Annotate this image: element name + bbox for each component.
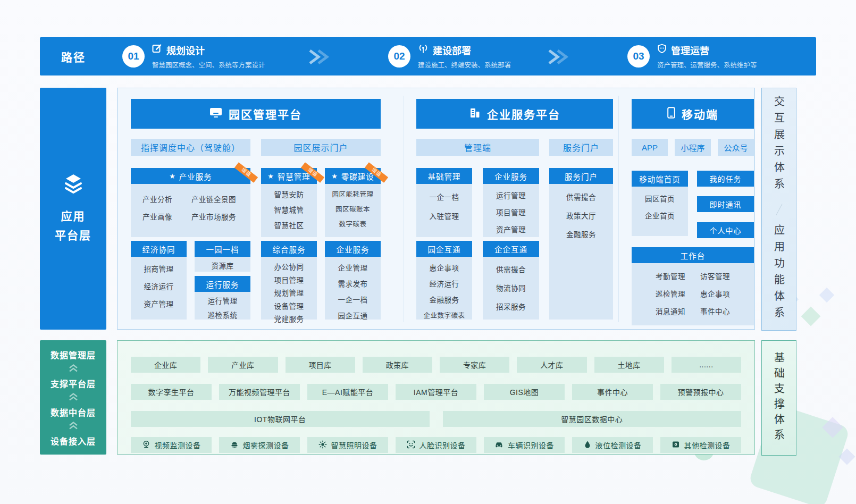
path-step-1: 01 规划设计 智慧园区概念、空间、系统等方案设计	[122, 37, 265, 75]
card-title: 产业服务	[179, 171, 212, 182]
db-block: 产业库	[208, 357, 278, 373]
star-icon: ★	[267, 173, 274, 180]
card-item: 设备管理	[274, 300, 304, 311]
button-instant-messaging: 即时通讯	[697, 196, 754, 212]
platform-block: 数字孪生平台	[131, 384, 212, 400]
card-service-portal: 服务门户 供需撮合 政策大厅 金融服务	[549, 168, 613, 320]
db-block: 专家库	[440, 357, 509, 373]
building-icon	[469, 107, 481, 121]
card-operation-service: 运行服务 运行管理 巡检系统	[195, 276, 250, 320]
card-item: 智慧城管	[274, 204, 304, 215]
card-item: 考勤管理	[656, 271, 685, 281]
card-title: 一园一档	[195, 241, 250, 257]
light-icon	[318, 440, 327, 450]
card-title: 工作台	[632, 247, 754, 263]
broadcast-icon	[418, 44, 429, 56]
iot-platform-block: IOT物联网平台	[131, 411, 430, 427]
device-label: 液位检测设备	[595, 440, 642, 450]
card-item: 招采服务	[496, 301, 526, 312]
device-block: 视频监测设备	[131, 437, 212, 453]
interaction-display-system-sidebar: 交互展示体系 应用功能体系	[761, 88, 796, 331]
card-title: 移动端首页	[632, 171, 688, 187]
column-divider	[618, 96, 619, 322]
step-subtitle: 智慧园区概念、空间、系统等方案设计	[152, 60, 265, 70]
card-item: 规划管理	[274, 287, 304, 298]
double-chevron-right-icon	[306, 48, 330, 66]
application-platform-panel: 园区管理平台 指挥调度中心（驾驶舱） 园区展示门户 ★ 产业服务 增值 产业分析…	[117, 88, 755, 330]
card-title: 零碳建设	[341, 171, 374, 182]
card-title: 服务门户	[549, 168, 613, 184]
database-row: 企业库 产业库 项目库 政策库 专家库 人才库 土地库 ......	[131, 357, 741, 373]
card-item: 巡检系统	[208, 309, 238, 320]
card-item: 项目管理	[274, 274, 304, 285]
car-icon	[494, 440, 503, 450]
device-block: 烟雾探测设备	[219, 437, 300, 453]
card-item: 产业画像	[142, 211, 191, 222]
cube-decoration	[822, 417, 843, 438]
device-block: 人脸识别设备	[396, 437, 476, 453]
data-center-block: 智慧园区数据中心	[443, 411, 742, 427]
device-label: 其他检测设备	[684, 440, 731, 450]
card-item: 数字碳表	[339, 219, 366, 229]
card-comprehensive-service: 综合服务 办公协同 项目管理 规划管理 设备管理 党建服务	[261, 241, 317, 320]
value-added-ribbon: 增值	[234, 162, 258, 183]
double-chevron-up-icon	[68, 363, 79, 375]
card-title: 园企互通	[416, 241, 472, 257]
mobile-platform-section: 移动端 APP 小程序 公众号 移动端首页 园区首页 企业首页 我的任务 即时通…	[632, 99, 754, 325]
card-title: 智慧管理	[278, 171, 310, 182]
app-layer-sidebar: 应用 平台层	[40, 88, 106, 330]
vertical-label: 交互展示体系	[771, 96, 787, 195]
card-item: 金融服务	[566, 229, 596, 239]
card-title: 企企互通	[483, 241, 539, 257]
platform-block: IAM管理平台	[396, 384, 476, 400]
card-item: 产业链全景图	[191, 194, 250, 204]
card-item: 资源库	[212, 260, 234, 271]
platform-title: 园区管理平台	[229, 106, 302, 122]
enterprise-platform-header: 企业服务平台	[416, 99, 613, 129]
card-item: 企业数字碳表	[423, 310, 465, 320]
card-title: 综合服务	[261, 241, 317, 257]
subbar-service-portal: 服务门户	[549, 139, 613, 156]
device-label: 车辆识别设备	[508, 440, 554, 450]
card-item: 资产管理	[144, 298, 174, 309]
step-number-badge: 01	[122, 45, 145, 68]
foundation-support-system-sidebar: 基础支撑体系	[761, 340, 796, 456]
card-item: 供需撮合	[496, 264, 526, 274]
card-workbench: 工作台 考勤管理 访客管理 巡检管理 惠企事项 消息通知 事件中心	[632, 247, 754, 325]
device-block: 液位检测设备	[572, 437, 653, 453]
card-item: 智慧安防	[274, 189, 304, 199]
step-number-badge: 03	[627, 45, 650, 68]
db-block: 土地库	[594, 357, 664, 373]
card-item: 惠企事项	[700, 288, 730, 299]
card-item: 运行管理	[496, 190, 526, 200]
card-item: 企业管理	[338, 262, 368, 273]
device-block: 其他检测设备	[660, 437, 741, 453]
platform-block: GIS地图	[484, 384, 565, 400]
db-block: 政策库	[363, 357, 432, 373]
card-item: 项目管理	[496, 207, 526, 217]
cube-decoration	[819, 288, 834, 303]
smoke-detector-icon	[230, 440, 239, 450]
pill-official-account: 公众号	[718, 139, 754, 156]
divider	[776, 204, 782, 215]
card-item: 入驻管理	[430, 211, 459, 221]
column-divider	[404, 96, 404, 322]
star-icon: ★	[169, 173, 176, 180]
card-item: 产业分析	[142, 194, 191, 204]
card-item: 园区首页	[645, 193, 675, 204]
card-item: 资产管理	[496, 224, 526, 234]
device-block: 车辆识别设备	[484, 437, 565, 453]
card-enterprise-to-enterprise: 企企互通 供需撮合 物流协同 招采服务	[483, 241, 539, 320]
platform-title: 移动端	[682, 106, 718, 122]
card-item: 金融服务	[430, 294, 459, 305]
step-title: 管理运营	[671, 43, 709, 57]
data-layers-sidebar: 数据管理层 支撑平台层 数据中台层 设备接入层	[40, 340, 106, 455]
camera-icon	[142, 440, 150, 450]
pill-app: APP	[632, 139, 668, 156]
double-chevron-up-icon	[68, 392, 79, 404]
button-personal-center: 个人中心	[697, 222, 754, 238]
layer-label: 数据管理层	[51, 348, 96, 361]
path-step-3: 03 管理运营 资产管理、运营服务、系统维护等	[627, 37, 757, 75]
card-title: 企业服务	[325, 241, 381, 257]
card-mobile-home: 移动端首页 园区首页 企业首页	[632, 171, 688, 236]
